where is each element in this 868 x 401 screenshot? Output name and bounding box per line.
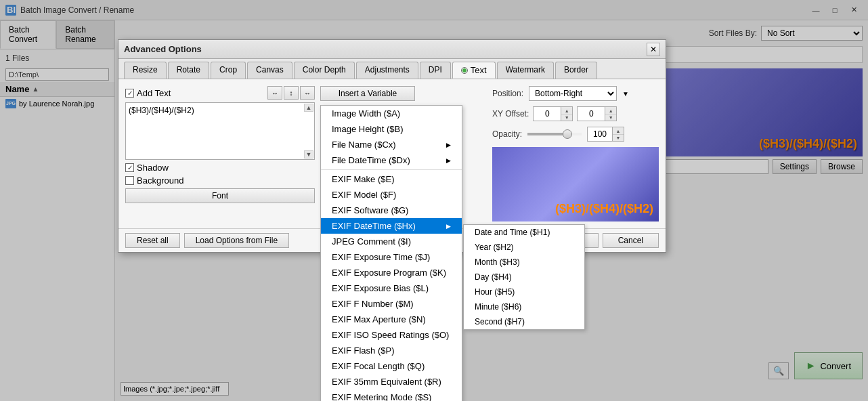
text-area-section: Add Text ↔ ↕ ↔ ($H3)/($H4)/($H2) ▲ ▼ [125, 86, 315, 221]
right-options: Position: Bottom-Right ▼ XY Offset: 0 ▲ [492, 86, 659, 221]
y-offset-input[interactable]: 0 [578, 107, 605, 121]
opacity-spinbox: 100 ▲ ▼ [587, 127, 624, 142]
tab-text[interactable]: Text [452, 62, 496, 79]
add-text-checkbox[interactable] [125, 89, 134, 98]
dropdown-item-file-datetime[interactable]: File DateTime ($Dx) ▶ [321, 152, 462, 168]
scroll-down-button[interactable]: ▼ [304, 150, 313, 159]
submenu-arrow-icon: ▶ [446, 142, 451, 148]
submenu-item-second[interactable]: Second ($H7) [464, 314, 584, 329]
opacity-spinbox-buttons: ▲ ▼ [612, 127, 624, 141]
scroll-up-button[interactable]: ▲ [304, 104, 313, 112]
opacity-row: Opacity: 100 ▲ ▼ [492, 127, 659, 142]
submenu-item-day[interactable]: Day ($H4) [464, 270, 584, 284]
y-offset-down-button[interactable]: ▼ [605, 114, 616, 121]
opacity-down-button[interactable]: ▼ [613, 134, 624, 141]
shadow-row: Shadow [125, 163, 315, 173]
x-offset-up-button[interactable]: ▲ [561, 107, 572, 114]
insert-variable-button[interactable]: Insert a Variable [320, 86, 415, 101]
dropdown-item-exif-35mm[interactable]: EXIF 35mm Equivalent ($R) [321, 374, 462, 389]
submenu-item-hour[interactable]: Hour ($H5) [464, 284, 584, 299]
tab-canvas[interactable]: Canvas [247, 62, 292, 79]
xy-offset-row: XY Offset: 0 ▲ ▼ 0 ▲ ▼ [492, 106, 659, 121]
dropdown-item-exif-focal-length[interactable]: EXIF Focal Length ($Q) [321, 358, 462, 374]
tab-border[interactable]: Border [555, 62, 597, 79]
dropdown-item-exif-exposure-bias[interactable]: EXIF Exposure Bias ($L) [321, 280, 462, 296]
dropdown-item-exif-datetime[interactable]: EXIF DateTime ($Hx) ▶ [321, 218, 462, 234]
dialog-close-button[interactable]: ✕ [647, 43, 660, 56]
opacity-up-button[interactable]: ▲ [613, 127, 624, 134]
tab-color-depth[interactable]: Color Depth [294, 62, 355, 79]
dropdown-item-exif-model[interactable]: EXIF Model ($F) [321, 187, 462, 203]
dropdown-item-exif-exposure-prog[interactable]: EXIF Exposure Program ($K) [321, 265, 462, 280]
main-window: BI Batch Image Convert / Rename ― □ ✕ Ba… [0, 0, 868, 401]
text-tab-label: Text [471, 65, 487, 75]
dropdown-item-exif-make[interactable]: EXIF Make ($E) [321, 171, 462, 187]
tab-crop[interactable]: Crop [211, 62, 246, 79]
xy-offset-label: XY Offset: [492, 109, 529, 119]
tab-watermark[interactable]: Watermark [497, 62, 554, 79]
separator [321, 169, 462, 170]
tab-dpi[interactable]: DPI [420, 62, 451, 79]
add-text-label: Add Text [137, 88, 171, 98]
load-options-button[interactable]: Load Options from File [184, 233, 289, 248]
submenu-item-date-time[interactable]: Date and Time ($H1) [464, 225, 584, 240]
dropdown-item-jpeg-comment[interactable]: JPEG Comment ($I) [321, 234, 462, 249]
dialog-titlebar: Advanced Options ✕ [118, 40, 666, 59]
background-checkbox[interactable] [125, 176, 134, 185]
dropdown-item-image-width[interactable]: Image Width ($A) [321, 106, 462, 121]
align-right-button[interactable]: ↔ [300, 86, 315, 100]
font-button[interactable]: Font [125, 188, 315, 203]
align-buttons: ↔ ↕ ↔ [267, 86, 315, 100]
opacity-input[interactable]: 100 [588, 127, 612, 141]
exif-datetime-submenu: Date and Time ($H1) Year ($H2) Month ($H… [463, 224, 585, 330]
dropdown-item-exif-exposure-time[interactable]: EXIF Exposure Time ($J) [321, 249, 462, 265]
dropdown-item-exif-iso[interactable]: EXIF ISO Speed Ratings ($O) [321, 327, 462, 343]
opacity-thumb[interactable] [563, 129, 572, 139]
submenu-arrow-icon2: ▶ [446, 157, 451, 164]
dropdown-item-file-name[interactable]: File Name ($Cx) ▶ [321, 137, 462, 152]
dialog-overlay: Advanced Options ✕ Resize Rotate Crop Ca… [0, 0, 868, 401]
background-row: Background [125, 175, 315, 186]
opacity-slider[interactable] [527, 133, 582, 135]
x-offset-down-button[interactable]: ▼ [561, 114, 572, 121]
middle-section: Insert a Variable Image Width ($A) Image… [320, 86, 487, 221]
position-select[interactable]: Bottom-Right [529, 86, 617, 101]
reset-all-button[interactable]: Reset all [125, 233, 180, 248]
dropdown-item-exif-software[interactable]: EXIF Software ($G) [321, 203, 462, 218]
text-editor-wrapper: ($H3)/($H4)/($H2) ▲ ▼ [125, 102, 315, 160]
position-label: Position: [492, 89, 523, 98]
submenu-item-minute[interactable]: Minute ($H6) [464, 299, 584, 314]
dialog-preview-text: ($H3)/($H4)/($H2) [555, 202, 653, 216]
x-offset-spinbox-buttons: ▲ ▼ [561, 107, 572, 121]
dropdown-item-exif-flash[interactable]: EXIF Flash ($P) [321, 343, 462, 358]
dialog-tabs: Resize Rotate Crop Canvas Color Depth Ad… [118, 59, 666, 79]
text-tab-radio [461, 67, 468, 74]
dropdown-arrow-icon: ▼ [622, 90, 629, 98]
cancel-button[interactable]: Cancel [603, 233, 659, 248]
text-editor[interactable]: ($H3)/($H4)/($H2) [126, 103, 314, 157]
align-left-button[interactable]: ↔ [267, 86, 282, 100]
x-offset-spinbox: 0 ▲ ▼ [533, 106, 573, 121]
dialog-preview: ($H3)/($H4)/($H2) [492, 147, 659, 221]
align-center-button[interactable]: ↕ [284, 86, 299, 100]
advanced-options-dialog: Advanced Options ✕ Resize Rotate Crop Ca… [118, 39, 666, 253]
dropdown-item-exif-metering[interactable]: EXIF Metering Mode ($S) [321, 389, 462, 401]
y-offset-up-button[interactable]: ▲ [605, 107, 616, 114]
dropdown-item-image-height[interactable]: Image Height ($B) [321, 121, 462, 137]
shadow-checkbox[interactable] [125, 163, 134, 172]
y-offset-spinbox: 0 ▲ ▼ [577, 106, 617, 121]
tab-adjustments[interactable]: Adjustments [356, 62, 418, 79]
background-label: Background [137, 175, 183, 186]
position-row: Position: Bottom-Right ▼ [492, 86, 659, 101]
insert-variable-dropdown: Image Width ($A) Image Height ($B) File … [320, 105, 462, 401]
dropdown-item-exif-max-aperture[interactable]: EXIF Max Aperture ($N) [321, 312, 462, 327]
dialog-body: Add Text ↔ ↕ ↔ ($H3)/($H4)/($H2) ▲ ▼ [118, 79, 666, 228]
y-offset-spinbox-buttons: ▲ ▼ [605, 107, 616, 121]
tab-resize[interactable]: Resize [124, 62, 167, 79]
x-offset-input[interactable]: 0 [534, 107, 561, 121]
submenu-item-year[interactable]: Year ($H2) [464, 240, 584, 255]
opacity-label: Opacity: [492, 129, 522, 139]
dropdown-item-exif-fnumber[interactable]: EXIF F Number ($M) [321, 296, 462, 312]
tab-rotate[interactable]: Rotate [168, 62, 209, 79]
submenu-item-month[interactable]: Month ($H3) [464, 255, 584, 270]
